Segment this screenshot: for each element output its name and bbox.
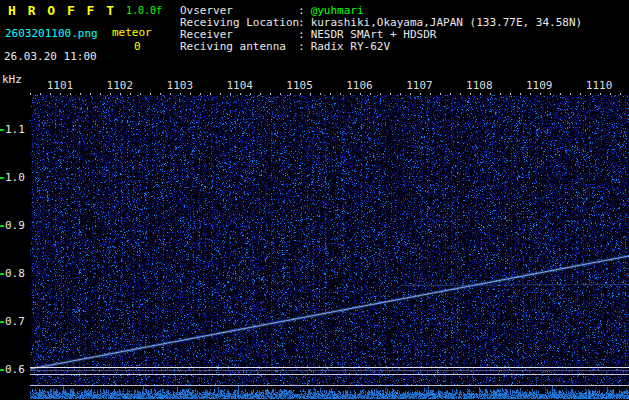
freq-tick-label: 0.8 <box>5 267 29 280</box>
datetime-label: 26.03.20 11:00 <box>4 50 97 63</box>
time-tick-label: 1110 <box>569 79 629 92</box>
freq-tick-mark <box>0 225 4 227</box>
info-label: Reciving antenna <box>180 41 298 53</box>
version-label: 1.0.0f <box>126 5 162 16</box>
freq-tick-mark <box>0 273 4 275</box>
freq-axis-unit: kHz <box>2 73 22 86</box>
observer-info-table: Ovserver:@yuhmari Receiving Location:kur… <box>180 5 582 53</box>
time-tick-label: 1101 <box>30 79 90 92</box>
freq-tick-mark <box>0 321 4 323</box>
time-tick-label: 1104 <box>210 79 270 92</box>
signal-level-strip-canvas <box>30 386 629 399</box>
meteor-count-label: meteor <box>112 26 152 39</box>
freq-tick-label: 0.6 <box>5 363 29 376</box>
freq-tick-label: 0.7 <box>5 315 29 328</box>
app-title: H R O F F T <box>8 3 116 18</box>
hrofft-window: H R O F F T 1.0.0f 2603201100.png meteor… <box>0 0 629 400</box>
time-tick-label: 1106 <box>330 79 390 92</box>
time-tick-label: 1109 <box>509 79 569 92</box>
info-separator: : <box>298 41 305 53</box>
time-tick-label: 1108 <box>449 79 509 92</box>
freq-tick-mark <box>0 129 4 131</box>
freq-tick-mark <box>0 369 4 371</box>
spectrogram-canvas <box>30 95 629 385</box>
freq-tick-label: 1.1 <box>5 123 29 136</box>
time-tick-label: 1103 <box>150 79 210 92</box>
freq-tick-label: 1.0 <box>5 171 29 184</box>
time-tick-label: 1107 <box>389 79 449 92</box>
meteor-count-value: 0 <box>134 40 141 53</box>
freq-tick-mark <box>0 177 4 179</box>
time-tick-label: 1102 <box>90 79 150 92</box>
freq-tick-label: 0.9 <box>5 219 29 232</box>
filename-label: 2603201100.png <box>5 27 98 40</box>
info-row-antenna: Reciving antenna:Radix RY-62V <box>180 41 582 53</box>
time-tick-label: 1105 <box>270 79 330 92</box>
time-axis: 1101 1102 1103 1104 1105 1106 1107 1108 … <box>30 79 629 92</box>
info-value: Radix RY-62V <box>311 41 390 53</box>
